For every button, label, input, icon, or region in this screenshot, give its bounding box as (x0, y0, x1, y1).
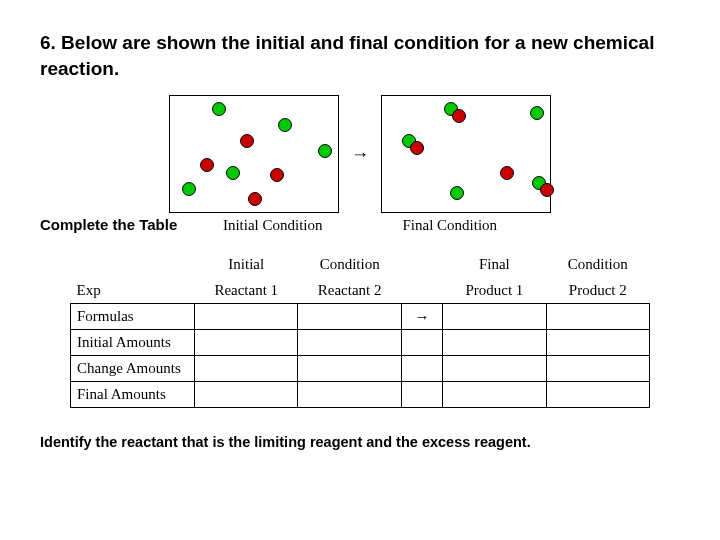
initial-label: Initial Condition (223, 217, 323, 234)
table-cell (298, 303, 401, 329)
complete-table-instruction: Complete the Table (40, 216, 680, 233)
reaction-table: Initial Condition Final Condition Exp Re… (70, 251, 650, 408)
table-cell (443, 303, 546, 329)
table-cell (298, 381, 401, 407)
table-cell (546, 381, 649, 407)
table-cell: Condition (298, 251, 401, 277)
reaction-arrow: → (351, 144, 369, 165)
table-cell (71, 251, 195, 277)
table-cell (546, 355, 649, 381)
table-cell (443, 329, 546, 355)
reaction-diagrams: → (40, 95, 680, 213)
table-cell (195, 381, 298, 407)
row-label: Change Amounts (71, 355, 195, 381)
table-row: Initial Amounts (71, 329, 650, 355)
table-row: Formulas → (71, 303, 650, 329)
row-label: Final Amounts (71, 381, 195, 407)
atom-red (248, 192, 262, 206)
table-cell (401, 329, 442, 355)
table-cell (298, 355, 401, 381)
atom-green (212, 102, 226, 116)
atom-green (450, 186, 464, 200)
final-label: Final Condition (403, 217, 498, 234)
table-header-row-1: Initial Condition Final Condition (71, 251, 650, 277)
table-cell (443, 381, 546, 407)
identify-instruction: Identify the reactant that is the limiti… (40, 434, 680, 450)
table-cell: Final (443, 251, 546, 277)
atom-red (500, 166, 514, 180)
table-cell (401, 355, 442, 381)
table-cell: Reactant 2 (298, 277, 401, 303)
table-cell: Reactant 1 (195, 277, 298, 303)
final-box (381, 95, 551, 213)
table-row: Final Amounts (71, 381, 650, 407)
table-cell (546, 329, 649, 355)
table-cell-arrow: → (401, 303, 442, 329)
table-cell (401, 251, 442, 277)
table-cell: Initial (195, 251, 298, 277)
table-cell: Condition (546, 251, 649, 277)
table-cell (443, 355, 546, 381)
question-title: 6. Below are shown the initial and final… (40, 30, 680, 81)
atom-red (540, 183, 554, 197)
atom-green (226, 166, 240, 180)
table-cell (401, 277, 442, 303)
atom-red (410, 141, 424, 155)
table-cell (298, 329, 401, 355)
atom-red (200, 158, 214, 172)
atom-green (278, 118, 292, 132)
atom-green (530, 106, 544, 120)
atom-red (452, 109, 466, 123)
atom-red (240, 134, 254, 148)
atom-red (270, 168, 284, 182)
row-label: Initial Amounts (71, 329, 195, 355)
table-row: Change Amounts (71, 355, 650, 381)
atom-green (182, 182, 196, 196)
row-label: Formulas (71, 303, 195, 329)
table-cell (195, 329, 298, 355)
table-cell: Product 1 (443, 277, 546, 303)
initial-box (169, 95, 339, 213)
table-cell: Product 2 (546, 277, 649, 303)
table-cell (195, 303, 298, 329)
table-cell: Exp (71, 277, 195, 303)
table-cell (195, 355, 298, 381)
table-header-row-2: Exp Reactant 1 Reactant 2 Product 1 Prod… (71, 277, 650, 303)
table-cell (546, 303, 649, 329)
atom-green (318, 144, 332, 158)
table-cell (401, 381, 442, 407)
